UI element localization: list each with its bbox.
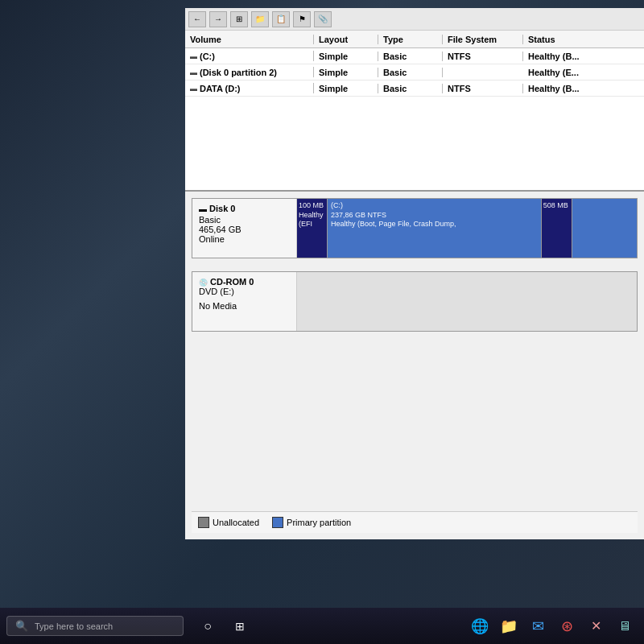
disk-0-label: ▬ Disk 0 Basic 465,64 GB Online [192, 199, 297, 258]
edge-icon[interactable]: 🌐 [467, 613, 493, 639]
back-button[interactable]: ← [188, 11, 206, 27]
search-placeholder: Type here to search [35, 621, 113, 631]
cdrom-0-type: DVD (E:) [199, 287, 290, 296]
action-button[interactable]: 📋 [272, 11, 290, 27]
taskbar-center-icons: ○ ⊞ [195, 613, 253, 639]
partition-c[interactable]: (C:) 237,86 GB NTFS Healthy (Boot, Page … [328, 199, 542, 258]
disk-0-size: 465,64 GB [199, 225, 290, 234]
partition-efi[interactable]: 100 MB Healthy (EFI [297, 199, 328, 258]
disk-management-window: ← → ⊞ 📁 📋 ⚑ 📎 Volume Layout Type File Sy… [185, 8, 644, 539]
disk-map-panel: ▬ Disk 0 Basic 465,64 GB Online 100 MB H… [185, 192, 644, 539]
close-icon[interactable]: ✕ [583, 613, 609, 639]
legend-unallocated-label: Unallocated [213, 518, 259, 527]
partition-508mb[interactable]: 508 MB [542, 199, 572, 258]
taskbar: 🔍 Type here to search ○ ⊞ 🌐 📁 ✉ ⊛ ✕ 🖥 [0, 608, 644, 644]
partition-efi-label: 100 MB Healthy (EFI [299, 201, 325, 229]
flag-button[interactable]: ⚑ [293, 11, 311, 27]
cdrom-name-text: CD-ROM 0 [210, 277, 254, 287]
cell-fs-2: NTFS [443, 84, 523, 93]
search-icon: 🔍 [15, 620, 28, 632]
cell-layout-2: Simple [314, 84, 378, 93]
col-header-filesystem: File System [443, 35, 523, 44]
disk-icon: (Disk 0 partition 2) [190, 68, 277, 77]
disk-0-name-text: Disk 0 [209, 204, 235, 213]
taskbar-right-icons: 🌐 📁 ✉ ⊛ ✕ 🖥 [467, 613, 638, 639]
taskbar-taskview-button[interactable]: ⊞ [227, 613, 253, 639]
col-header-status: Status [523, 35, 644, 44]
cell-type-1: Basic [378, 68, 443, 77]
cell-status-0: Healthy (B... [523, 52, 644, 61]
table-row[interactable]: DATA (D:) Simple Basic NTFS Healthy (B..… [185, 80, 644, 97]
disk-0-status: Online [199, 234, 290, 244]
cdrom-0-name: 💿 CD-ROM 0 [199, 277, 290, 287]
legend-unallocated-box [198, 517, 209, 528]
col-header-layout: Layout [314, 35, 378, 44]
disk-0-type: Basic [199, 215, 290, 225]
settings-icon[interactable]: ⊛ [554, 613, 580, 639]
table-row[interactable]: (Disk 0 partition 2) Simple Basic Health… [185, 64, 644, 80]
cell-volume-p2: (Disk 0 partition 2) [185, 67, 314, 77]
disk-0-partitions: 100 MB Healthy (EFI (C:) 237,86 GB NTFS … [297, 199, 637, 258]
disk-0-name: ▬ Disk 0 [199, 204, 290, 213]
cdrom-0-status: No Media [199, 301, 290, 311]
taskbar-search-box[interactable]: 🔍 Type here to search [6, 616, 184, 636]
col-header-volume: Volume [185, 35, 314, 44]
disk-0-row: ▬ Disk 0 Basic 465,64 GB Online 100 MB H… [192, 198, 638, 258]
forward-button[interactable]: → [209, 11, 227, 27]
partition-508mb-label: 508 MB [543, 201, 568, 209]
legend-primary-label: Primary partition [287, 518, 351, 527]
file-button[interactable]: 📁 [251, 11, 269, 27]
attach-button[interactable]: 📎 [314, 11, 332, 27]
cell-layout-0: Simple [314, 52, 378, 61]
cell-volume-d: DATA (D:) [185, 83, 314, 93]
cell-type-0: Basic [378, 52, 443, 61]
disk-icon: DATA (D:) [190, 84, 241, 93]
cell-status-2: Healthy (B... [523, 84, 644, 93]
legend-primary-box [272, 517, 283, 528]
toolbar: ← → ⊞ 📁 📋 ⚑ 📎 [185, 8, 644, 31]
table-row[interactable]: (C:) Simple Basic NTFS Healthy (B... [185, 48, 644, 64]
cell-fs-0: NTFS [443, 52, 523, 61]
legend-unallocated: Unallocated [198, 517, 259, 528]
col-header-type: Type [378, 35, 443, 44]
taskbar-cortana-button[interactable]: ○ [195, 613, 221, 639]
cell-layout-1: Simple [314, 68, 378, 77]
view-button[interactable]: ⊞ [230, 11, 248, 27]
cdrom-0-row: 💿 CD-ROM 0 DVD (E:) No Media [192, 271, 638, 332]
legend: Unallocated Primary partition [192, 511, 638, 533]
disk-icon: (C:) [190, 52, 215, 61]
partition-data[interactable] [572, 199, 637, 258]
cell-status-1: Healthy (E... [523, 68, 644, 77]
legend-primary: Primary partition [272, 517, 351, 528]
cell-volume-c: (C:) [185, 51, 314, 61]
file-explorer-icon[interactable]: 📁 [496, 613, 522, 639]
partition-c-label: (C:) 237,86 GB NTFS Healthy (Boot, Page … [331, 201, 538, 229]
monitor-icon[interactable]: 🖥 [612, 613, 638, 639]
table-header: Volume Layout Type File System Status [185, 31, 644, 48]
cdrom-0-label: 💿 CD-ROM 0 DVD (E:) No Media [192, 272, 297, 331]
mail-icon[interactable]: ✉ [525, 613, 551, 639]
cdrom-0-partitions [297, 272, 637, 331]
disk-list-panel: Volume Layout Type File System Status (C… [185, 31, 644, 192]
cell-type-2: Basic [378, 84, 443, 93]
